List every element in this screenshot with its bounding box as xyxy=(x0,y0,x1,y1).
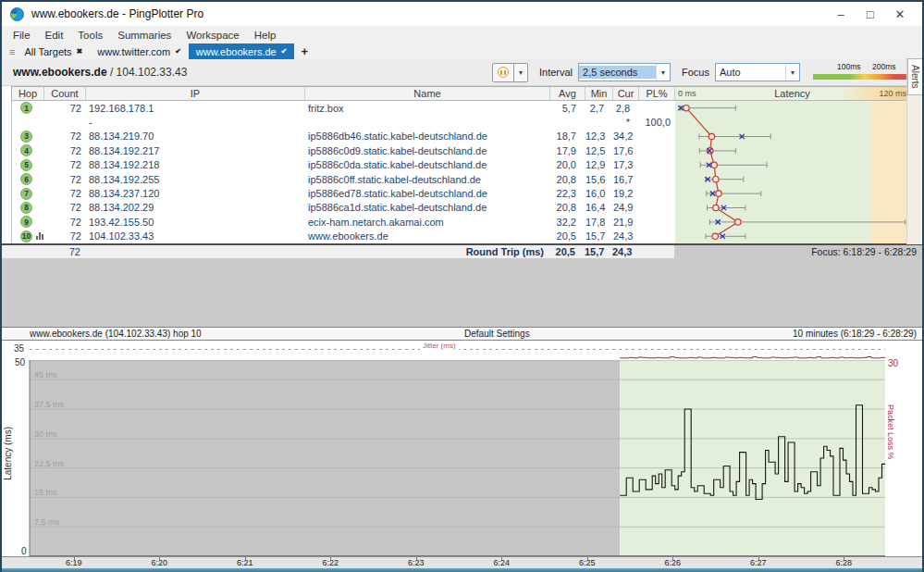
new-tab-button[interactable]: + xyxy=(294,44,314,59)
ip-cell: 88.134.202.29 xyxy=(86,202,305,213)
tab-ebookers-label: www.ebookers.de xyxy=(196,46,277,57)
ip-cell: 88.134.219.70 xyxy=(86,131,305,142)
avg-cell: 5,7 xyxy=(550,103,585,114)
cur-cell: 34,2 xyxy=(613,131,639,142)
svg-text:15 ms: 15 ms xyxy=(34,488,57,497)
latency-color-legend: 100ms 200ms xyxy=(813,62,909,82)
count-cell: 72 xyxy=(44,131,86,142)
tab-twitter[interactable]: www.twitter.com ✔ xyxy=(90,44,189,59)
menu-item-summaries[interactable]: Summaries xyxy=(110,30,179,41)
tab-ebookers[interactable]: www.ebookers.de ✔ xyxy=(189,44,295,59)
chevron-down-icon[interactable]: ▾ xyxy=(785,64,799,81)
hop-number-badge: 7 xyxy=(20,188,32,200)
bar-chart-icon xyxy=(36,232,43,240)
pause-dropdown-button[interactable]: ▾ xyxy=(514,63,528,82)
cur-cell: 24,3 xyxy=(613,230,639,242)
menu-item-tools[interactable]: Tools xyxy=(70,30,110,41)
min-cell: 12,9 xyxy=(585,159,613,170)
count-cell: 72 xyxy=(44,145,86,156)
round-trip-row: 72 Round Trip (ms) 20,5 15,7 24,3 Focus:… xyxy=(2,243,922,258)
name-cell: www.ebookers.de xyxy=(305,230,550,242)
hop-number-badge: 1 xyxy=(20,102,32,114)
jitter-label: Jitter (ms) xyxy=(420,342,459,350)
check-icon: ✔ xyxy=(175,47,181,56)
latency-axis-label: Latency (ms) xyxy=(3,427,13,480)
hop-number-badge: 9 xyxy=(20,216,32,228)
column-header-hop[interactable]: Hop xyxy=(12,87,44,100)
menu-bar: FileEditToolsSummariesWorkspaceHelp xyxy=(2,26,922,44)
interval-label: Interval xyxy=(539,67,573,78)
name-cell: ecix-ham.netarch.akamai.com xyxy=(305,217,550,228)
hop-number-badge: 4 xyxy=(20,144,32,156)
tab-all-targets-label: All Targets xyxy=(24,46,71,57)
menu-item-workspace[interactable]: Workspace xyxy=(179,30,246,41)
menu-item-help[interactable]: Help xyxy=(247,30,284,41)
count-cell: 72 xyxy=(44,174,86,185)
hamburger-icon[interactable]: ≡ xyxy=(2,44,17,59)
min-cell: 12,3 xyxy=(585,131,613,142)
column-header-count[interactable]: Count xyxy=(44,87,86,100)
cur-cell: 19,2 xyxy=(613,188,639,199)
ip-cell: 104.102.33.43 xyxy=(86,230,305,242)
tab-all-targets[interactable]: All Targets ✖ xyxy=(17,44,90,59)
column-header-ip[interactable]: IP xyxy=(86,87,305,100)
hop-latency-chart xyxy=(675,101,909,243)
time-tick-label: 6:21 xyxy=(237,558,253,567)
interval-value: 2,5 seconds xyxy=(579,66,656,79)
min-cell: 16,0 xyxy=(585,188,613,199)
min-cell: 17,8 xyxy=(585,217,613,228)
name-cell: ip5886c0ff.static.kabel-deutschland.de xyxy=(305,174,550,185)
menu-item-file[interactable]: File xyxy=(6,30,38,41)
maximize-button[interactable]: □ xyxy=(856,7,885,21)
name-cell: ip5886c0d9.static.kabel-deutschland.de xyxy=(305,145,550,156)
column-header-cur[interactable]: Cur xyxy=(613,87,639,100)
legend-200ms-label: 200ms xyxy=(872,62,896,71)
trace-table-header: Hop Count IP Name Avg Min Cur PL% 0 ms L… xyxy=(11,86,908,101)
ip-cell: 88.134.192.217 xyxy=(86,145,305,156)
window-bottom-edge xyxy=(2,568,922,572)
count-cell: 72 xyxy=(44,159,86,170)
y-axis-max-label: 50 xyxy=(15,357,25,367)
pause-button[interactable] xyxy=(492,63,514,82)
column-header-name[interactable]: Name xyxy=(305,87,550,100)
jitter-strip[interactable]: 35 Jitter (ms) xyxy=(2,341,922,360)
target-host: www.ebookers.de xyxy=(13,66,107,79)
chevron-down-icon[interactable]: ▾ xyxy=(656,64,670,81)
avg-cell: 20,0 xyxy=(550,159,585,170)
packet-loss-cell: 100,0 xyxy=(639,117,675,128)
hop-number-badge: 8 xyxy=(20,202,32,214)
time-tick-label: 6:23 xyxy=(408,558,425,567)
close-tab-icon[interactable]: ✖ xyxy=(77,47,83,56)
minimize-button[interactable]: – xyxy=(826,7,856,21)
column-header-min[interactable]: Min xyxy=(585,87,613,100)
hop-number-badge: 6 xyxy=(20,173,32,185)
count-cell: 72 xyxy=(44,103,86,114)
column-header-pl[interactable]: PL% xyxy=(639,87,675,100)
packet-loss-max-label: 30 xyxy=(888,358,898,368)
hop-cell: 4 xyxy=(12,144,44,156)
count-cell: 72 xyxy=(44,188,86,199)
min-cell: 12,5 xyxy=(585,145,613,156)
focus-combobox[interactable]: Auto ▾ xyxy=(715,63,800,81)
min-cell: 2,7 xyxy=(585,103,613,114)
timeline-settings-label[interactable]: Default Settings xyxy=(202,329,793,339)
timeline-range-label: 10 minutes (6:18:29 - 6:28:29) xyxy=(793,329,917,339)
close-button[interactable]: ✕ xyxy=(885,7,915,21)
avg-cell: 20,5 xyxy=(550,230,585,242)
hop-cell: 8 xyxy=(12,202,44,214)
avg-cell: 20,8 xyxy=(550,202,585,213)
tab-bar: ≡ All Targets ✖ www.twitter.com ✔ www.eb… xyxy=(2,44,922,59)
interval-combobox[interactable]: 2,5 seconds ▾ xyxy=(578,63,671,81)
column-header-avg[interactable]: Avg xyxy=(550,87,585,100)
time-tick-label: 6:28 xyxy=(836,558,853,567)
avg-cell: 18,7 xyxy=(550,131,585,142)
ip-cell: 88.134.192.218 xyxy=(86,159,305,170)
app-icon xyxy=(10,7,24,21)
menu-item-edit[interactable]: Edit xyxy=(38,30,71,41)
min-cell: 16,4 xyxy=(585,202,613,213)
latency-graph-header: 0 ms Latency 120 ms xyxy=(675,87,909,100)
time-tick-label: 6:26 xyxy=(665,558,682,567)
timeline-plot[interactable]: 45 ms37,5 ms30 ms22,5 ms15 ms7,5 ms 50 0… xyxy=(2,360,922,556)
cur-cell: 2,8 xyxy=(613,103,639,114)
alerts-tab[interactable]: Alerts xyxy=(907,58,922,95)
